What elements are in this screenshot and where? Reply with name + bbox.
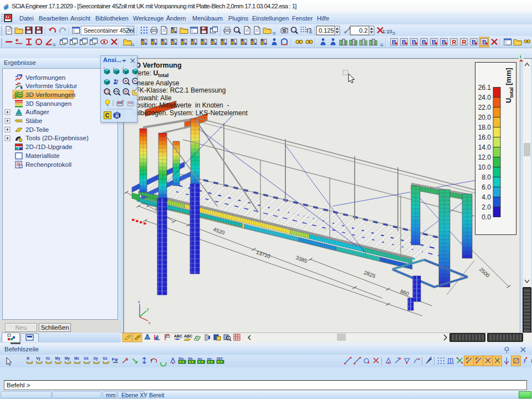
svg-text:ABC: ABC (174, 334, 182, 338)
svg-text:Ux: Ux (84, 356, 89, 360)
svg-text:N: N (27, 356, 29, 360)
svg-text:10.0: 10.0 (478, 163, 492, 171)
svg-text:R: R (125, 90, 127, 94)
svg-text:13710: 13710 (255, 249, 272, 259)
svg-text:24.0: 24.0 (478, 94, 492, 101)
svg-text:Uz: Uz (103, 356, 108, 360)
svg-text:mx: mx (198, 357, 203, 360)
svg-text:0.2: 0.2 (359, 27, 367, 34)
svg-text:y: y (113, 67, 115, 70)
svg-text:DEF: DEF (217, 357, 223, 360)
svg-text:2.0: 2.0 (482, 203, 491, 211)
svg-text:2825: 2825 (363, 269, 376, 279)
svg-text:4.0: 4.0 (482, 193, 491, 201)
svg-text:Tools (2D-Ergebnisse): Tools (2D-Ergebnisse) (25, 135, 89, 141)
svg-text:0.125: 0.125 (319, 27, 334, 34)
svg-text:20.0: 20.0 (478, 114, 492, 121)
svg-text:My: My (55, 356, 60, 361)
svg-text:12.0: 12.0 (478, 154, 492, 161)
svg-text:6.0: 6.0 (482, 183, 491, 191)
svg-text:M: M (116, 114, 119, 118)
svg-text:3385: 3385 (295, 254, 308, 264)
svg-text:16.0: 16.0 (478, 134, 492, 141)
svg-text:3D Verformungen: 3D Verformungen (25, 91, 75, 98)
svg-text:Seecontainer 45Zol: Seecontainer 45Zol (84, 27, 134, 34)
svg-text:4520: 4520 (212, 226, 226, 236)
svg-text:Auflager: Auflager (25, 109, 49, 115)
svg-text:Rd+: Rd+ (178, 357, 185, 360)
svg-text:14.0: 14.0 (478, 144, 492, 151)
svg-text:Verformungen: Verformungen (25, 74, 65, 81)
svg-text:My: My (65, 356, 70, 361)
svg-text:ABC: ABC (184, 334, 192, 338)
svg-text:Rechenprotokoll: Rechenprotokoll (25, 161, 71, 168)
svg-text:Uy: Uy (93, 356, 98, 361)
svg-text:26.1: 26.1 (478, 84, 492, 91)
svg-text:Stäbe: Stäbe (25, 117, 42, 124)
svg-text:860: 860 (400, 288, 410, 297)
svg-text:Vy: Vy (36, 356, 40, 361)
svg-text:Vz: Vz (45, 356, 50, 360)
svg-text:Verformte Struktur: Verformte Struktur (25, 83, 77, 89)
svg-text:x: x (104, 67, 105, 70)
svg-text:2500: 2500 (478, 266, 491, 278)
svg-text:Materialliste: Materialliste (25, 152, 59, 159)
svg-text:my: my (207, 357, 212, 360)
svg-text:I?: I? (306, 27, 311, 34)
svg-text:x: x (149, 321, 151, 325)
svg-text:z: z (122, 67, 124, 70)
svg-text:Mz: Mz (74, 356, 79, 360)
svg-text:a: a (151, 358, 153, 361)
svg-text:Fφ: Fφ (112, 357, 118, 362)
svg-text:Rd-: Rd- (188, 357, 193, 360)
svg-text:18.0: 18.0 (478, 124, 492, 131)
svg-text:2D-Teile: 2D-Teile (25, 126, 49, 133)
svg-text:C: C (105, 112, 109, 119)
svg-text:y: y (147, 307, 149, 311)
svg-text:1:10: 1:10 (382, 29, 392, 34)
svg-text:3D Spannungen: 3D Spannungen (25, 100, 71, 107)
svg-text:0.0: 0.0 (482, 213, 491, 221)
svg-text:z: z (138, 300, 140, 304)
svg-text:22.0: 22.0 (478, 104, 492, 111)
svg-text:8.0: 8.0 (482, 173, 491, 181)
svg-text:2D-/1D-Upgrade: 2D-/1D-Upgrade (25, 144, 72, 150)
